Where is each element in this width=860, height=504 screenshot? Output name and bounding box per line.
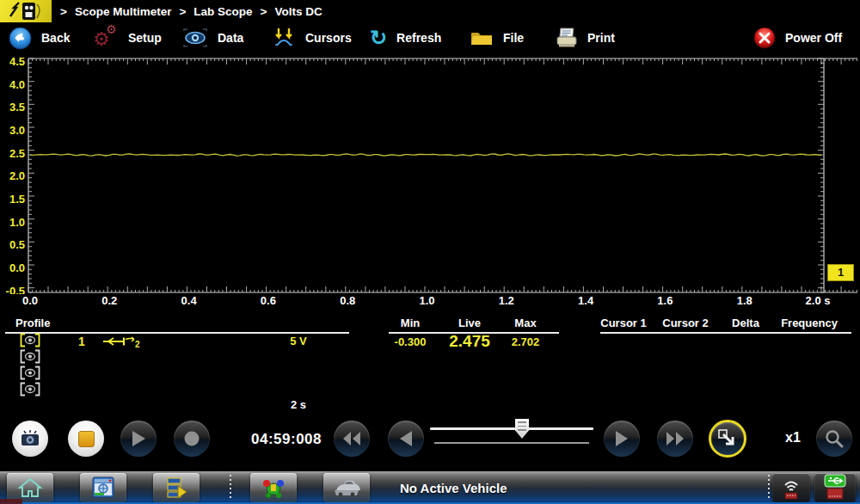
setup-label: Setup <box>128 31 162 45</box>
x-axis-tick-label: 1.2 <box>499 294 514 307</box>
cursor1-header: Cursor 1 <box>600 317 646 329</box>
position-slider-lower-track[interactable] <box>434 442 589 444</box>
scanner-data-button[interactable] <box>153 473 200 502</box>
expand-arrow-icon <box>718 429 737 448</box>
power-off-button[interactable]: Power Off <box>753 22 842 53</box>
record-button[interactable] <box>174 421 210 457</box>
x-axis-tick-label: 0.8 <box>340 294 355 307</box>
channel-3-visibility-toggle[interactable] <box>19 366 41 380</box>
play-icon <box>131 430 146 447</box>
breadcrumb-item-lab-scope[interactable]: Lab Scope <box>194 5 252 18</box>
system-taskbar: No Active Vehicle <box>0 471 860 504</box>
position-slider-handle[interactable] <box>515 419 529 439</box>
delta-header: Delta <box>732 317 759 329</box>
profile-underline <box>5 332 349 334</box>
stop-button[interactable] <box>68 421 104 457</box>
cursors-button[interactable]: Cursors <box>272 22 352 53</box>
refresh-label: Refresh <box>396 31 441 45</box>
scope-multimeter-screen: { "colors": { "accent_yellow": "#f2ee35"… <box>0 0 860 504</box>
fast-forward-button[interactable] <box>657 421 693 457</box>
min-value: -0.300 <box>395 335 427 348</box>
back-button[interactable]: Back <box>9 22 70 53</box>
vehicle-button[interactable] <box>323 473 370 502</box>
breadcrumb-item-volts-dc[interactable]: Volts DC <box>274 5 322 18</box>
breadcrumb-separator: > <box>60 5 67 18</box>
channel-1-ground-marker[interactable]: 1 <box>827 264 854 281</box>
wifi-icon <box>778 475 804 501</box>
zoom-button[interactable] <box>816 421 852 457</box>
y-axis-tick-label: 1.5 <box>0 192 25 207</box>
channel-scale: 5 V <box>290 335 307 347</box>
eye-data-icon <box>182 28 208 47</box>
magnifier-icon <box>825 429 844 448</box>
eye-bracket-icon <box>19 349 41 364</box>
cursors-underline <box>600 332 851 334</box>
y-axis-tick-label: 4.5 <box>0 54 25 70</box>
max-header: Max <box>514 317 536 329</box>
snapshot-button[interactable] <box>12 421 48 457</box>
vehicle-connection-button[interactable] <box>250 473 297 502</box>
play-button[interactable] <box>120 421 157 457</box>
header-bar: > Scope Multimeter > Lab Scope > Volts D… <box>0 0 860 22</box>
file-button[interactable]: File <box>470 22 524 53</box>
y-axis-tick-label: -0.5 <box>0 284 25 294</box>
print-button[interactable]: Print <box>556 22 615 53</box>
channel-1-visibility-toggle[interactable] <box>19 333 41 347</box>
x-axis-labels: 0.00.20.40.60.81.01.21.41.61.82.0 s <box>0 294 860 308</box>
x-axis-tick-label: 0.2 <box>101 294 117 307</box>
expand-view-button[interactable] <box>709 420 746 458</box>
power-off-icon <box>753 27 776 49</box>
toolbar: Back ⚙ ⚙ Setup Data Cursors ↻ Refresh <box>0 22 860 53</box>
setup-button[interactable]: ⚙ ⚙ Setup <box>95 22 162 53</box>
breadcrumb-separator: > <box>179 5 186 18</box>
refresh-button[interactable]: ↻ Refresh <box>370 22 441 53</box>
taskbar-separator <box>230 475 231 501</box>
browser-button[interactable] <box>80 473 126 502</box>
browser-icon <box>90 476 116 500</box>
scope-trace-svg <box>0 53 860 294</box>
step-back-button[interactable] <box>388 421 424 457</box>
y-axis-tick-label: 3.5 <box>0 100 25 115</box>
y-axis-tick-label: 1.0 <box>0 215 25 230</box>
playback-time: 04:59:008 <box>251 431 322 448</box>
channel-4-visibility-toggle[interactable] <box>19 382 41 396</box>
data-button[interactable]: Data <box>182 22 243 53</box>
channel-2-visibility-toggle[interactable] <box>19 349 41 364</box>
vehicle-icon <box>333 476 360 499</box>
x-axis-tick-label: 1.0 <box>419 294 434 307</box>
channel-visibility-column <box>19 333 41 396</box>
x-axis-tick-label: 1.6 <box>657 294 673 307</box>
y-axis-tick-label: 3.0 <box>0 123 25 138</box>
vehicle-connection-icon <box>260 476 287 500</box>
breadcrumb-separator: > <box>261 5 267 18</box>
svg-text:2: 2 <box>135 340 140 349</box>
cursors-icon <box>272 27 296 49</box>
record-icon <box>183 430 200 447</box>
position-slider-track[interactable] <box>430 427 593 430</box>
rewind-button[interactable] <box>334 421 370 457</box>
file-label: File <box>503 31 524 45</box>
camera-icon <box>19 429 41 448</box>
test-probe-icon[interactable]: 2 <box>101 334 143 349</box>
step-forward-icon <box>615 430 629 447</box>
y-axis-tick-label: 2.0 <box>0 169 25 184</box>
usb-device-status[interactable] <box>814 473 856 502</box>
home-button[interactable] <box>7 473 53 502</box>
max-value: 2.702 <box>512 335 540 348</box>
fast-forward-icon <box>665 431 685 446</box>
x-axis-tick-label: 0.4 <box>181 294 197 307</box>
data-label: Data <box>218 31 243 45</box>
breadcrumb-item-scope-multimeter[interactable]: Scope Multimeter <box>75 5 172 18</box>
print-label: Print <box>587 31 615 45</box>
taskbar-separator <box>768 475 770 501</box>
live-value: 2.475 <box>449 332 490 351</box>
channel-1-trace <box>30 154 821 156</box>
step-forward-button[interactable] <box>604 421 640 457</box>
wifi-device-status[interactable] <box>772 473 810 502</box>
x-axis-tick-label: 0.6 <box>261 294 276 307</box>
cursor2-header: Cursor 2 <box>662 317 708 329</box>
y-axis-tick-label: 0.0 <box>0 261 25 276</box>
power-off-label: Power Off <box>785 31 842 45</box>
scope-plot-area[interactable]: 4.54.03.53.02.52.01.51.00.50.0-0.5 1 <box>0 53 860 294</box>
scanner-icon <box>163 476 189 500</box>
